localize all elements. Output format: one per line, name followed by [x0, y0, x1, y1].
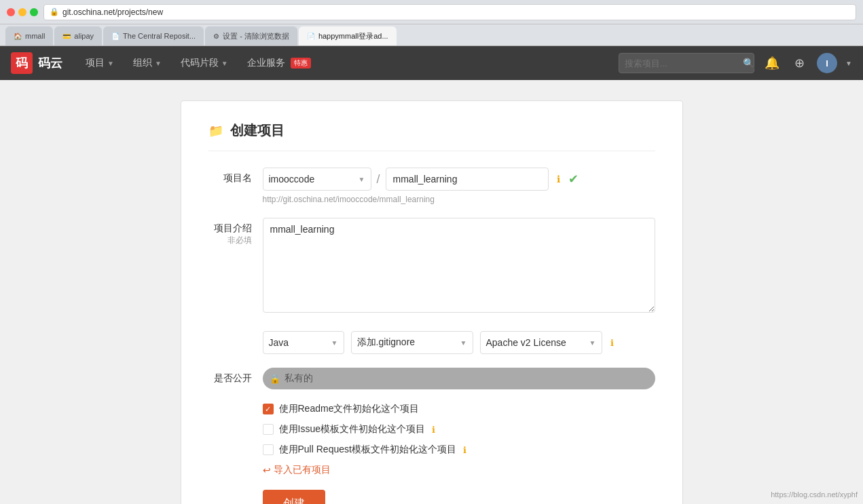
nav-label-snippets: 代码片段 — [181, 57, 219, 69]
search-icon[interactable]: 🔍 — [743, 58, 754, 69]
chevron-down-icon-snippets: ▼ — [221, 60, 228, 67]
submit-button[interactable]: 创建 — [263, 490, 325, 504]
address-text: git.oschina.net/projects/new — [62, 7, 163, 17]
nav-label-projects: 项目 — [86, 57, 105, 69]
minimize-window-button[interactable] — [18, 8, 26, 16]
tab-label-2: alipay — [74, 32, 94, 40]
repo-name-input[interactable] — [386, 168, 549, 191]
pullrequest-checkbox-label: 使用Pull Request模板文件初始化这个项目 — [279, 444, 456, 456]
page-content: 📁 创建项目 项目名 imooccode ▼ / ℹ ✔ http:/ — [0, 80, 863, 504]
issue-checkbox[interactable] — [263, 424, 274, 435]
gitignore-value: 添加.gitignore — [357, 336, 416, 349]
description-sublabel: 非必填 — [208, 235, 252, 246]
folder-icon: 📁 — [208, 123, 223, 138]
privacy-label: 是否公开 — [208, 368, 263, 385]
import-link[interactable]: ↩ 导入已有项目 — [263, 464, 655, 476]
browser-tab-5[interactable]: 📄 happymmall登录ad... — [299, 26, 397, 45]
options-row: Java ▼ 添加.gitignore ▼ Apache v2 License … — [208, 328, 655, 354]
create-project-form: 📁 创建项目 项目名 imooccode ▼ / ℹ ✔ http:/ — [181, 100, 683, 504]
project-name-label: 项目名 — [208, 168, 263, 185]
pullrequest-checkbox[interactable] — [263, 444, 274, 455]
options-selects: Java ▼ 添加.gitignore ▼ Apache v2 License … — [263, 331, 655, 354]
tab-label-1: mmall — [25, 32, 45, 40]
brand-logo: 码 — [11, 52, 33, 74]
maximize-window-button[interactable] — [30, 8, 38, 16]
browser-window-controls — [7, 8, 38, 16]
checkboxes-label-empty — [208, 403, 263, 408]
tab-label-5: happymmall登录ad... — [318, 31, 388, 41]
language-value: Java — [269, 337, 289, 348]
browser-tab-4[interactable]: ⚙ 设置 - 清除浏览数据 — [205, 26, 297, 45]
brand-logo-char: 码 — [16, 55, 28, 71]
avatar[interactable]: I — [817, 53, 837, 73]
nav-item-snippets[interactable]: 代码片段 ▼ — [171, 46, 238, 80]
navbar: 码 码云 项目 ▼ 组织 ▼ 代码片段 ▼ 企业服务 特惠 🔍 🔔 ⊕ I ▼ — [0, 46, 863, 80]
address-bar[interactable]: 🔒 git.oschina.net/projects/new — [43, 4, 856, 20]
enterprise-badge: 特惠 — [291, 58, 311, 69]
browser-chrome: 🔒 git.oschina.net/projects/new — [0, 0, 863, 24]
nav-item-org[interactable]: 组织 ▼ — [124, 46, 171, 80]
nav-label-enterprise: 企业服务 — [247, 57, 285, 69]
readme-checkbox[interactable]: ✓ — [263, 404, 274, 414]
import-icon: ↩ — [263, 465, 271, 476]
project-name-inputs: imooccode ▼ / ℹ ✔ — [263, 168, 655, 191]
form-title-row: 📁 创建项目 — [208, 121, 655, 151]
checkboxes-control: ✓ 使用Readme文件初始化这个项目 使用Issue模板文件初始化这个项目 ℹ… — [263, 403, 655, 504]
privacy-toggle-button[interactable]: 🔒 私有的 — [263, 368, 655, 389]
privacy-row: 是否公开 🔒 私有的 — [208, 368, 655, 389]
avatar-letter: I — [826, 58, 828, 69]
form-title: 创建项目 — [230, 121, 284, 140]
browser-tab-2[interactable]: 💳 alipay — [54, 26, 102, 45]
description-control: mmall_learning — [263, 218, 655, 315]
chevron-down-icon-org: ▼ — [155, 60, 162, 67]
add-icon[interactable]: ⊕ — [790, 54, 809, 73]
language-select[interactable]: Java ▼ — [263, 331, 344, 354]
import-label: 导入已有项目 — [274, 464, 331, 476]
project-name-control: imooccode ▼ / ℹ ✔ http://git.oschina.net… — [263, 168, 655, 204]
namespace-select[interactable]: imooccode ▼ — [263, 168, 371, 191]
slash-separator: / — [377, 172, 380, 187]
tab-label-3: The Central Reposit... — [123, 32, 196, 40]
brand[interactable]: 码 码云 — [11, 52, 62, 74]
description-label: 项目介绍 非必填 — [208, 218, 263, 246]
namespace-value: imooccode — [269, 174, 315, 185]
checkboxes-row: ✓ 使用Readme文件初始化这个项目 使用Issue模板文件初始化这个项目 ℹ… — [208, 403, 655, 504]
pullrequest-checkbox-row: 使用Pull Request模板文件初始化这个项目 ℹ — [263, 444, 655, 456]
tabs-bar: 🏠 mmall 💳 alipay 📄 The Central Reposit..… — [0, 24, 863, 46]
options-control: Java ▼ 添加.gitignore ▼ Apache v2 License … — [263, 328, 655, 354]
nav-item-enterprise[interactable]: 企业服务 特惠 — [238, 46, 320, 80]
chevron-down-icon-license: ▼ — [589, 339, 596, 347]
license-select[interactable]: Apache v2 License ▼ — [480, 331, 602, 354]
info-icon-license: ℹ — [610, 338, 614, 348]
browser-tab-1[interactable]: 🏠 mmall — [5, 26, 53, 45]
description-textarea[interactable]: mmall_learning — [263, 218, 655, 313]
valid-checkmark-icon: ✔ — [568, 172, 579, 187]
browser-tab-3[interactable]: 📄 The Central Reposit... — [103, 26, 204, 45]
project-url-hint: http://git.oschina.net/imooccode/mmall_l… — [263, 195, 655, 204]
search-input[interactable] — [625, 58, 739, 69]
brand-name: 码云 — [38, 55, 62, 71]
tab-favicon-2: 💳 — [62, 33, 71, 40]
privacy-value: 私有的 — [284, 372, 313, 385]
chevron-down-icon-projects: ▼ — [107, 60, 114, 67]
close-window-button[interactable] — [7, 8, 15, 16]
chevron-down-icon-gitignore: ▼ — [460, 339, 467, 347]
search-bar[interactable]: 🔍 — [619, 53, 754, 73]
chevron-down-icon-avatar: ▼ — [845, 60, 852, 67]
lock-icon: 🔒 — [270, 374, 280, 384]
chevron-down-icon-namespace: ▼ — [359, 176, 365, 183]
privacy-control: 🔒 私有的 — [263, 368, 655, 389]
tab-favicon-3: 📄 — [111, 33, 120, 40]
tab-favicon-1: 🏠 — [14, 33, 22, 40]
options-label-empty — [208, 328, 263, 333]
readme-checkbox-row: ✓ 使用Readme文件初始化这个项目 — [263, 403, 655, 415]
nav-item-projects[interactable]: 项目 ▼ — [76, 46, 124, 80]
tab-favicon-5: 📄 — [307, 33, 315, 40]
info-icon-pullrequest: ℹ — [463, 445, 466, 455]
notification-bell-icon[interactable]: 🔔 — [763, 54, 782, 73]
gitignore-select[interactable]: 添加.gitignore ▼ — [351, 331, 473, 354]
info-icon-issue: ℹ — [432, 425, 435, 435]
issue-checkbox-row: 使用Issue模板文件初始化这个项目 ℹ — [263, 423, 655, 435]
tab-favicon-4: ⚙ — [213, 33, 219, 40]
chevron-down-icon-language: ▼ — [331, 339, 338, 347]
